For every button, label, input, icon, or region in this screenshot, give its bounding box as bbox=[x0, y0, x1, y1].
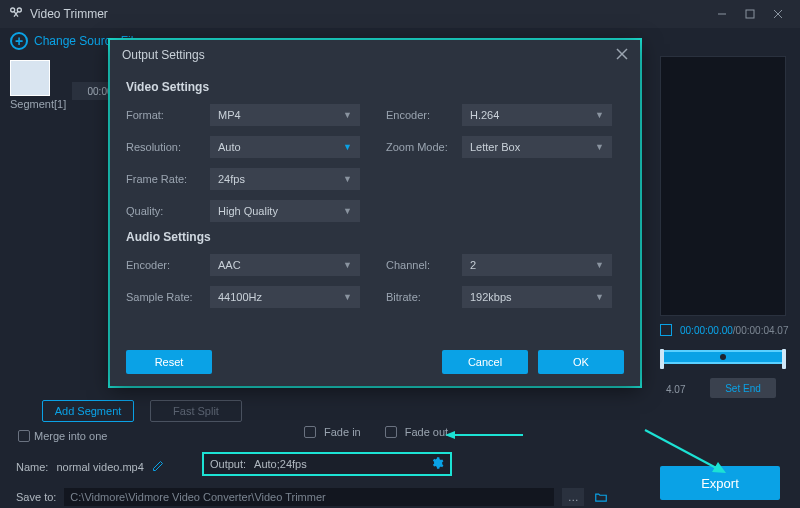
output-value: Auto;24fps bbox=[254, 458, 307, 470]
frame-rate-dropdown[interactable]: 24fps▼ bbox=[210, 168, 360, 190]
merge-checkbox[interactable] bbox=[18, 430, 30, 442]
merge-row: Merge into one bbox=[18, 430, 107, 442]
marker-icon bbox=[660, 324, 672, 336]
quality-dropdown[interactable]: High Quality▼ bbox=[210, 200, 360, 222]
segment-panel: Segment[1] bbox=[10, 60, 70, 110]
output-label: Output: bbox=[210, 458, 246, 470]
merge-label: Merge into one bbox=[34, 430, 107, 442]
set-end-button[interactable]: Set End bbox=[710, 378, 776, 398]
quality-label: Quality: bbox=[126, 205, 210, 217]
add-segment-button[interactable]: Add Segment bbox=[42, 400, 134, 422]
output-summary: Output: Auto;24fps bbox=[202, 452, 452, 476]
channel-label: Channel: bbox=[386, 259, 462, 271]
fade-out-checkbox[interactable] bbox=[385, 426, 397, 438]
video-preview bbox=[660, 56, 786, 316]
segment-thumbnail[interactable] bbox=[10, 60, 50, 96]
audio-encoder-dropdown[interactable]: AAC▼ bbox=[210, 254, 360, 276]
bitrate-dropdown[interactable]: 192kbps▼ bbox=[462, 286, 612, 308]
add-source-icon[interactable]: + bbox=[10, 32, 28, 50]
frame-rate-label: Frame Rate: bbox=[126, 173, 210, 185]
fade-in-checkbox[interactable] bbox=[304, 426, 316, 438]
video-settings-heading: Video Settings bbox=[126, 80, 624, 94]
trim-slider[interactable] bbox=[660, 350, 786, 364]
dialog-title: Output Settings bbox=[122, 48, 205, 62]
slider-end-value: 4.07 bbox=[666, 384, 685, 395]
channel-dropdown[interactable]: 2▼ bbox=[462, 254, 612, 276]
browse-path-button[interactable]: … bbox=[562, 488, 584, 506]
annotation-arrow-export bbox=[640, 425, 740, 485]
segment-label: Segment[1] bbox=[10, 98, 70, 110]
save-path: C:\Vidmore\Vidmore Video Converter\Video… bbox=[64, 488, 554, 506]
titlebar: Video Trimmer bbox=[0, 0, 800, 28]
app-logo-icon bbox=[8, 6, 24, 22]
audio-encoder-label: Encoder: bbox=[126, 259, 210, 271]
svg-line-8 bbox=[645, 430, 720, 470]
sample-rate-dropdown[interactable]: 44100Hz▼ bbox=[210, 286, 360, 308]
sample-rate-label: Sample Rate: bbox=[126, 291, 210, 303]
output-settings-dialog: Output Settings Video Settings Format: M… bbox=[110, 40, 640, 386]
name-row: Name: normal video.mp4 bbox=[16, 460, 164, 474]
zoom-mode-label: Zoom Mode: bbox=[386, 141, 462, 153]
cancel-button[interactable]: Cancel bbox=[442, 350, 528, 374]
bitrate-label: Bitrate: bbox=[386, 291, 462, 303]
fade-in-label: Fade in bbox=[324, 426, 361, 438]
time-start: 00:00:00.00 bbox=[680, 325, 733, 336]
video-encoder-dropdown[interactable]: H.264▼ bbox=[462, 104, 612, 126]
preview-time-row: 00:00:00.00/00:00:04.07 bbox=[660, 324, 788, 336]
resolution-dropdown[interactable]: Auto▼ bbox=[210, 136, 360, 158]
annotation-arrow-fade bbox=[445, 429, 525, 441]
format-label: Format: bbox=[126, 109, 210, 121]
output-settings-icon[interactable] bbox=[430, 456, 444, 472]
open-folder-icon[interactable] bbox=[592, 488, 610, 506]
time-end: 00:00:04.07 bbox=[736, 325, 789, 336]
video-encoder-label: Encoder: bbox=[386, 109, 462, 121]
app-title: Video Trimmer bbox=[30, 7, 108, 21]
name-value: normal video.mp4 bbox=[56, 461, 143, 473]
zoom-mode-dropdown[interactable]: Letter Box▼ bbox=[462, 136, 612, 158]
audio-settings-heading: Audio Settings bbox=[126, 230, 624, 244]
dialog-close-icon[interactable] bbox=[616, 47, 628, 63]
fade-out-label: Fade out bbox=[405, 426, 448, 438]
fade-row: Fade in Fade out bbox=[304, 426, 448, 438]
save-label: Save to: bbox=[16, 491, 56, 503]
reset-button[interactable]: Reset bbox=[126, 350, 212, 374]
minimize-button[interactable] bbox=[708, 4, 736, 24]
maximize-button[interactable] bbox=[736, 4, 764, 24]
name-label: Name: bbox=[16, 461, 48, 473]
edit-name-icon[interactable] bbox=[152, 460, 164, 474]
ok-button[interactable]: OK bbox=[538, 350, 624, 374]
format-dropdown[interactable]: MP4▼ bbox=[210, 104, 360, 126]
resolution-label: Resolution: bbox=[126, 141, 210, 153]
svg-marker-7 bbox=[445, 431, 455, 439]
close-button[interactable] bbox=[764, 4, 792, 24]
fast-split-button[interactable]: Fast Split bbox=[150, 400, 242, 422]
svg-rect-3 bbox=[746, 10, 754, 18]
save-row: Save to: C:\Vidmore\Vidmore Video Conver… bbox=[16, 488, 610, 506]
